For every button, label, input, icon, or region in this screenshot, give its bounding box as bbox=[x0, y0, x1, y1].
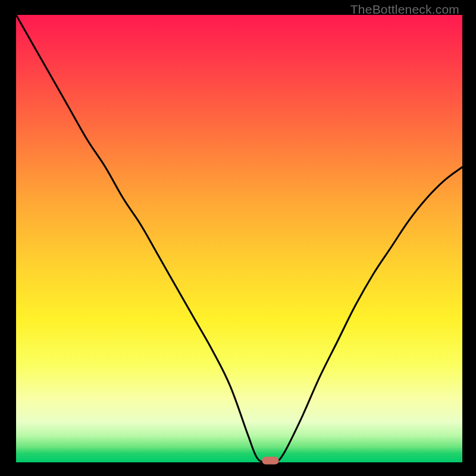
plot-area bbox=[16, 15, 462, 462]
chart-frame: TheBottleneck.com bbox=[0, 0, 476, 476]
bottleneck-curve bbox=[16, 15, 462, 462]
curve-path bbox=[16, 15, 462, 464]
minimum-marker bbox=[262, 457, 279, 465]
